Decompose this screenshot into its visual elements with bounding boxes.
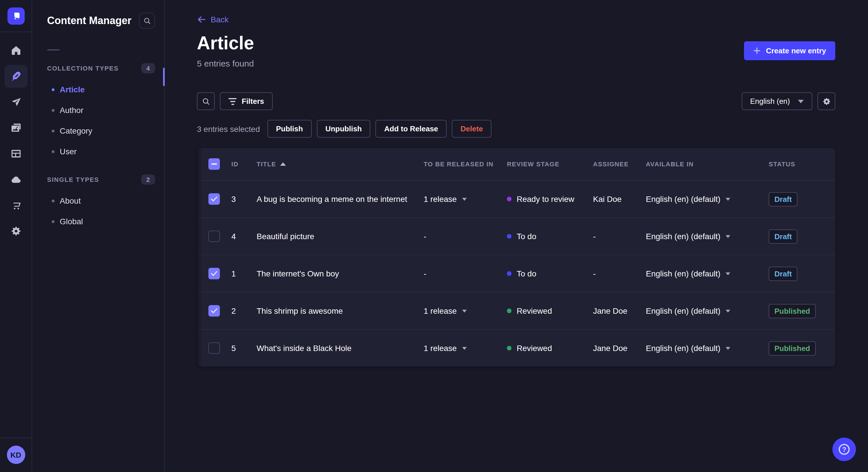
help-button[interactable]: ?	[832, 438, 856, 461]
row-assignee: -	[593, 232, 646, 241]
sidebar-item-article[interactable]: Article	[32, 79, 164, 100]
row-review-stage[interactable]: To do	[507, 269, 593, 278]
row-locale[interactable]: English (en) (default)	[646, 306, 769, 315]
sidebar-item-category[interactable]: Category	[32, 121, 164, 141]
sidebar-item-author[interactable]: Author	[32, 100, 164, 121]
row-checkbox[interactable]	[208, 193, 220, 205]
question-mark-icon: ?	[839, 444, 849, 455]
sidebar-item-user[interactable]: User	[32, 141, 164, 162]
chevron-down-icon	[462, 309, 466, 312]
selection-count-text: 3 entries selected	[197, 124, 260, 133]
bullet-icon	[52, 109, 55, 111]
content-type-builder-layout-icon[interactable]	[4, 142, 27, 165]
row-title[interactable]: What's inside a Black Hole	[257, 343, 424, 353]
sidebar-search-button[interactable]	[139, 12, 155, 29]
gear-icon	[822, 97, 831, 106]
content-manager-sidebar: Content Manager COLLECTION TYPES 4 Artic…	[32, 0, 165, 472]
row-title[interactable]: This shrimp is awesome	[257, 306, 424, 315]
row-review-stage[interactable]: Reviewed	[507, 343, 593, 353]
column-header-title[interactable]: TITLE	[257, 161, 424, 167]
filter-icon	[228, 98, 237, 105]
media-library-images-icon[interactable]	[4, 116, 27, 139]
plus-icon	[753, 47, 761, 55]
column-header-available-in: AVAILABLE IN	[646, 161, 769, 167]
row-release[interactable]: 1 release	[424, 306, 507, 315]
row-assignee: -	[593, 269, 646, 278]
row-release[interactable]: -	[424, 232, 507, 241]
table-row[interactable]: 5 What's inside a Black Hole 1 release R…	[197, 329, 835, 367]
filters-label: Filters	[242, 97, 264, 105]
single-types-label: SINGLE TYPES	[47, 176, 99, 183]
row-locale[interactable]: English (en) (default)	[646, 343, 769, 353]
table-row[interactable]: 4 Beautiful picture - To do - English (e…	[197, 217, 835, 255]
row-release[interactable]: 1 release	[424, 343, 507, 353]
sidebar-divider	[47, 49, 60, 50]
single-types-section: SINGLE TYPES 2 About Global	[32, 174, 164, 232]
stage-dot-icon	[507, 197, 512, 201]
releases-paper-plane-icon[interactable]	[4, 91, 27, 113]
table-body: 3 A bug is becoming a meme on the intern…	[197, 180, 835, 367]
chevron-down-icon	[798, 100, 804, 103]
arrow-left-icon	[197, 15, 206, 24]
table-row[interactable]: 2 This shrimp is awesome 1 release Revie…	[197, 292, 835, 329]
row-locale[interactable]: English (en) (default)	[646, 269, 769, 278]
unpublish-button[interactable]: Unpublish	[317, 120, 370, 138]
settings-gear-icon[interactable]	[4, 220, 27, 243]
back-link[interactable]: Back	[197, 15, 228, 24]
bullet-icon	[52, 199, 55, 202]
row-checkbox[interactable]	[208, 231, 220, 242]
row-locale[interactable]: English (en) (default)	[646, 194, 769, 204]
sidebar-item-about[interactable]: About	[32, 191, 164, 211]
select-all-checkbox[interactable]	[208, 158, 220, 170]
sidebar-item-label: Global	[60, 217, 83, 226]
add-to-release-button[interactable]: Add to Release	[375, 120, 446, 138]
row-checkbox[interactable]	[208, 342, 220, 354]
user-avatar[interactable]: KD	[7, 446, 25, 464]
status-badge: Draft	[769, 266, 798, 281]
marketplace-cart-icon[interactable]	[4, 194, 27, 217]
row-review-stage[interactable]: Reviewed	[507, 306, 593, 315]
sidebar-item-global[interactable]: Global	[32, 211, 164, 232]
chevron-down-icon	[462, 347, 466, 349]
filters-button[interactable]: Filters	[220, 92, 273, 110]
strapi-logo[interactable]	[0, 0, 32, 32]
table-row[interactable]: 3 A bug is becoming a meme on the intern…	[197, 180, 835, 217]
chevron-down-icon	[725, 347, 730, 349]
row-review-stage[interactable]: To do	[507, 232, 593, 241]
row-id: 1	[231, 269, 257, 278]
column-header-assignee: ASSIGNEE	[593, 161, 646, 167]
create-new-entry-button[interactable]: Create new entry	[744, 41, 835, 60]
row-release[interactable]: -	[424, 269, 507, 278]
row-release[interactable]: 1 release	[424, 194, 507, 204]
home-icon[interactable]	[4, 39, 27, 62]
cloud-icon[interactable]	[4, 168, 27, 191]
collection-types-label: COLLECTION TYPES	[47, 65, 119, 72]
bullet-icon	[52, 150, 55, 153]
row-title[interactable]: The internet's Own boy	[257, 269, 424, 278]
locale-select[interactable]: English (en)	[741, 92, 812, 110]
row-title[interactable]: Beautiful picture	[257, 232, 424, 241]
column-header-id[interactable]: ID	[231, 161, 257, 167]
row-locale[interactable]: English (en) (default)	[646, 232, 769, 241]
row-checkbox[interactable]	[208, 268, 220, 279]
row-title[interactable]: A bug is becoming a meme on the internet	[257, 194, 424, 204]
delete-button[interactable]: Delete	[452, 120, 491, 138]
content-manager-feather-icon[interactable]	[4, 65, 27, 88]
locale-value: English (en)	[750, 97, 790, 105]
search-button[interactable]	[197, 92, 215, 110]
collection-types-section: COLLECTION TYPES 4 Article Author Catego…	[32, 63, 164, 162]
nav-rail: KD	[0, 0, 32, 472]
row-checkbox[interactable]	[208, 305, 220, 316]
publish-button[interactable]: Publish	[267, 120, 311, 138]
row-id: 3	[231, 194, 257, 204]
entries-count-text: 5 entries found	[197, 59, 254, 68]
sidebar-item-label: About	[60, 196, 81, 205]
row-review-stage[interactable]: Ready to review	[507, 194, 593, 204]
status-badge: Draft	[769, 192, 798, 206]
table-row[interactable]: 1 The internet's Own boy - To do - Engli…	[197, 255, 835, 292]
nav-rail-menu	[4, 39, 27, 243]
nav-rail-footer: KD	[0, 438, 32, 472]
row-assignee: Jane Doe	[593, 306, 646, 315]
view-settings-button[interactable]	[817, 92, 835, 110]
row-assignee: Kai Doe	[593, 194, 646, 204]
